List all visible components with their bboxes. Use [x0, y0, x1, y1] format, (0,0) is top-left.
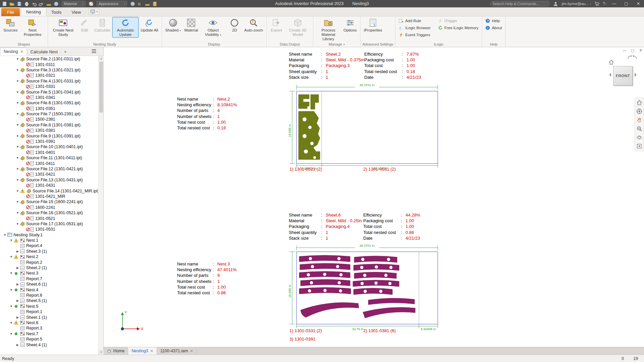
document-tab-home[interactable]: Home	[104, 347, 128, 355]
expander-closed-icon[interactable]: ▶	[15, 250, 20, 253]
tree-item-1301-0411[interactable]: 1301-0411	[0, 161, 98, 166]
measure-icon[interactable]	[46, 1, 51, 6]
tree-item-1301-0311[interactable]: 1301-0311	[0, 62, 98, 67]
tree-item-report-4[interactable]: Report.4	[0, 243, 98, 248]
document-tab-nesting3[interactable]: Nesting3✕	[128, 347, 157, 355]
tree-item-nest-1[interactable]: ▼Nest.1	[0, 238, 98, 243]
save-icon[interactable]	[17, 1, 22, 6]
ribbon-button-help[interactable]: ?Help	[484, 18, 503, 24]
paste-icon[interactable]	[152, 1, 157, 6]
display-mode-button[interactable]: ▾	[89, 8, 99, 15]
close-icon[interactable]: ✕	[20, 50, 23, 54]
expander-open-icon[interactable]: ▼	[15, 90, 20, 94]
tree-item-source-file-16-1301-0521-ipt[interactable]: ▼Source File.16 (1301-0521.ipt)	[0, 210, 98, 216]
print-icon[interactable]	[24, 1, 29, 6]
tree-item-source-file-15-1600-2241-ipt[interactable]: ▼Source File.15 (1600-2241.ipt)	[0, 199, 98, 204]
material-combo[interactable]: Material▾	[62, 1, 86, 6]
tree-item-1500-2391[interactable]: 1500-2391	[0, 117, 98, 122]
tree-item-report-5[interactable]: Report.5	[0, 337, 98, 342]
tree-item-nest-4[interactable]: ▼Nest.4	[0, 287, 98, 292]
doc-minimize-button[interactable]: —	[622, 48, 628, 53]
ribbon-button-sources[interactable]: Sources	[2, 17, 19, 33]
open-folder-icon[interactable]	[9, 1, 14, 6]
tree-item-report-1[interactable]: Report.1	[0, 309, 98, 314]
close-button[interactable]: ✕	[634, 0, 643, 7]
tree-item-source-file-10-1301-0401-ipt[interactable]: ▼Source File.10 (1301-0401.ipt)	[0, 144, 98, 149]
tree-item-1301-0421-mir[interactable]: 1301-0421_MIR	[0, 194, 98, 199]
expander-open-icon[interactable]: ▼	[15, 156, 20, 160]
expander-open-icon[interactable]: ▼	[15, 134, 20, 138]
expander-closed-icon[interactable]: ▶	[15, 266, 20, 269]
viewcube[interactable]: FRONT	[606, 54, 644, 92]
tree-item-source-file-2-1301-0311-ipt[interactable]: ▼Source File.2 (1301-0311.ipt)	[0, 56, 98, 62]
maximize-button[interactable]: ▢	[622, 0, 631, 7]
orbit-button[interactable]	[636, 134, 643, 141]
tree-item-1301-0391[interactable]: 1301-0391	[0, 139, 98, 144]
browser-menu-icon[interactable]	[91, 49, 97, 54]
ribbon-button-nest-properties[interactable]: Nest Properties	[19, 17, 46, 38]
ribbon-button-object-visibility[interactable]: Object Visibility ▾	[200, 17, 226, 38]
expander-closed-icon[interactable]: ▶	[15, 316, 20, 319]
tree-item-source-file-14-1301-0421-mir-ipt[interactable]: ▼Source File.14 (1301-0421_MIR.ipt)	[0, 188, 98, 193]
tree-item-nest-5[interactable]: ▼Nest.5	[0, 304, 98, 309]
search-input[interactable]: Search Help & Commands...	[490, 1, 550, 6]
ribbon-tab-tools[interactable]: Tools	[46, 8, 66, 16]
tree-item-nest-7[interactable]: ▼Nest.7	[0, 331, 98, 337]
ribbon-button-auto-zoom[interactable]: Auto-zoom	[243, 17, 264, 33]
expander-open-icon[interactable]: ▼	[15, 123, 20, 127]
expander-open-icon[interactable]: ▼	[15, 167, 20, 171]
ribbon-button-iproperties[interactable]: iiProperties	[363, 17, 384, 33]
ribbon-button-update-all[interactable]: Update All	[139, 17, 159, 33]
expander-open-icon[interactable]: ▼	[9, 288, 13, 292]
expander-closed-icon[interactable]: ▶	[15, 299, 20, 302]
expander-open-icon[interactable]: ▼	[15, 68, 20, 72]
ribbon-button-options[interactable]: Options	[342, 17, 358, 33]
tree-item-source-file-7-1500-2391-ipt[interactable]: ▼Source File.7 (1500-2391.ipt)	[0, 111, 98, 117]
tree-item-nest-3[interactable]: ▼Nest.3	[0, 270, 98, 276]
ribbon-button-material[interactable]: Material	[183, 17, 199, 33]
tree-item-source-file-9-1301-0391-ipt[interactable]: ▼Source File.9 (1301-0391.ipt)	[0, 133, 98, 138]
cart-icon[interactable]	[594, 1, 599, 6]
ribbon-button-shaded[interactable]: Shaded ▾	[164, 17, 182, 33]
tree-item-nest-6[interactable]: ▼Nest.6	[0, 320, 98, 325]
tree-item-report-3[interactable]: Report.3	[0, 325, 98, 331]
tree-item-1600-2241[interactable]: 1600-2241	[0, 205, 98, 210]
viewcube-rotate-arrows-icon[interactable]	[627, 55, 638, 60]
scroll-down-icon[interactable]: ▼	[99, 350, 104, 355]
tree-item-source-file-4-1301-0331-ipt[interactable]: ▼Source File.4 (1301-0331.ipt)	[0, 78, 98, 84]
ribbon-button-about[interactable]: iAbout	[484, 25, 503, 31]
tree-item-nest-2[interactable]: ▼Nest.2	[0, 254, 98, 259]
expander-open-icon[interactable]: ▼	[9, 332, 13, 336]
appearance-combo[interactable]: Appearance▾	[97, 1, 127, 6]
scroll-up-icon[interactable]: ▲	[99, 56, 104, 61]
tree-item-sheet-4-1[interactable]: ▶Sheet.4 (1)	[0, 342, 98, 347]
tree-item-1301-0531[interactable]: 1301-0531	[0, 227, 98, 232]
new-file-icon[interactable]	[2, 1, 7, 6]
viewcube-right-arrow[interactable]	[635, 73, 639, 77]
measure-tape-icon[interactable]	[145, 1, 150, 6]
render-sphere-icon[interactable]	[54, 1, 59, 6]
navigation-wheel-button[interactable]	[636, 108, 643, 115]
tree-item-source-file-3-1301-0321-ipt[interactable]: ▼Source File.3 (1301-0321.ipt)	[0, 67, 98, 73]
ribbon-button-add-rule[interactable]: Add Rule	[397, 18, 432, 24]
ribbon-button-ilogic-browser[interactable]: {..}iLogic Browser	[397, 25, 432, 31]
ribbon-button-free-ilogic-memory[interactable]: Free iLogic Memory	[437, 25, 480, 31]
tree-item-source-file-5-1301-0341-ipt[interactable]: ▼Source File.5 (1301-0341.ipt)	[0, 89, 98, 95]
tree-item-1301-0351[interactable]: 1301-0351	[0, 106, 98, 111]
tree-item-report-2[interactable]: Report.2	[0, 259, 98, 265]
add-browser-tab-button[interactable]: +	[61, 48, 69, 56]
expander-open-icon[interactable]: ▼	[15, 222, 20, 226]
tree-item-1301-0431[interactable]: 1301-0431	[0, 183, 98, 188]
tree-item-sheet-3-1[interactable]: ▶Sheet.3 (1)	[0, 249, 98, 254]
look-at-button[interactable]	[636, 142, 643, 150]
close-icon[interactable]: ✕	[190, 349, 193, 353]
tree-item-1301-0381[interactable]: 1301-0381	[0, 128, 98, 133]
expander-closed-icon[interactable]: ▶	[15, 283, 20, 286]
tree-item-source-file-6-1301-0351-ipt[interactable]: ▼Source File.6 (1301-0351.ipt)	[0, 100, 98, 106]
doc-restore-button[interactable]: ▢	[630, 48, 636, 53]
ribbon-tab-view[interactable]: View	[66, 8, 86, 16]
tree-item-source-file-17-1301-0531-ipt[interactable]: ▼Source File.17 (1301-0531.ipt)	[0, 221, 98, 227]
browser-tab-calculate-nest[interactable]: Calculate Nest	[27, 48, 61, 56]
tree-item-nesting-study-1[interactable]: ▼Nesting Study.1	[0, 232, 98, 238]
clear-override-icon[interactable]	[89, 1, 94, 6]
